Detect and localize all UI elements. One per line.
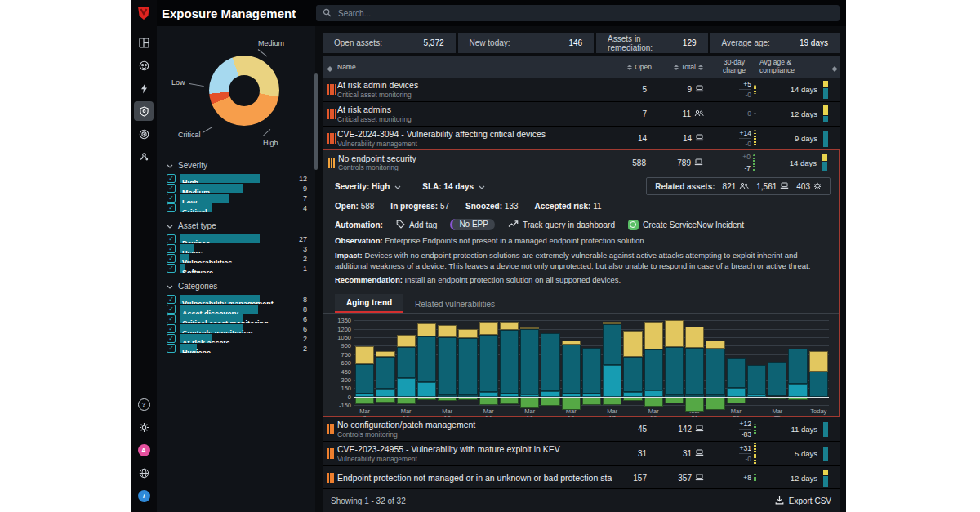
table-row[interactable]: CVE-2024-3094 - Vulnerability affecting … (323, 127, 840, 151)
stacked-bar[interactable] (520, 320, 539, 405)
stacked-bar[interactable] (582, 320, 601, 405)
table-row[interactable]: CVE-2023-24955 - Vulnerability with matu… (323, 442, 840, 466)
checkbox-checked[interactable]: ✓ (167, 344, 176, 353)
add-tag-button[interactable]: Add tag (396, 220, 437, 230)
settings-gear-icon[interactable] (134, 417, 154, 437)
info-icon[interactable]: i (134, 486, 154, 505)
checkbox-checked[interactable]: ✓ (167, 305, 176, 314)
create-servicenow-button[interactable]: Create ServiceNow Incident (628, 220, 744, 230)
quick-actions-icon[interactable] (134, 78, 154, 98)
filter-item-high[interactable]: ✓High12 (167, 174, 307, 183)
search-bar[interactable] (316, 5, 840, 21)
checkbox-checked[interactable]: ✓ (167, 184, 176, 193)
stacked-bar[interactable] (500, 320, 519, 405)
filter-item-hygiene[interactable]: ✓Hygiene2 (167, 344, 307, 353)
table-row[interactable]: No configuration/patch managementControl… (323, 417, 840, 442)
expanded-row-header[interactable]: No endpoint securityControls monitoring5… (323, 150, 839, 175)
stacked-bar[interactable] (355, 320, 374, 405)
identities-icon[interactable] (134, 56, 154, 75)
open-count: Open: 588 (335, 202, 374, 211)
filter-item-devices[interactable]: ✓Devices27 (167, 234, 307, 243)
severity-stripes-icon (327, 473, 337, 483)
checkbox-checked[interactable]: ✓ (167, 254, 176, 263)
tab-aging-trend[interactable]: Aging trend (335, 294, 403, 313)
filter-count: 9 (292, 185, 307, 193)
checkbox-checked[interactable]: ✓ (167, 174, 176, 183)
stacked-bar[interactable] (685, 320, 704, 405)
filter-item-asset-discovery[interactable]: ✓Asset discovery8 (167, 305, 307, 314)
tab-related-vulnerabilities[interactable]: Related vulnerabilities (403, 296, 506, 313)
stacked-bar[interactable] (397, 320, 416, 405)
exposure-management-icon[interactable] (134, 101, 154, 121)
sort-toggle[interactable] (323, 62, 337, 72)
stacked-bar[interactable] (479, 320, 498, 405)
taegis-logo-icon[interactable] (136, 5, 152, 21)
stacked-bar[interactable] (376, 320, 394, 405)
stacked-bar[interactable] (768, 320, 786, 405)
stacked-bar[interactable] (706, 320, 724, 405)
table-row[interactable]: At risk admin devicesCritical asset moni… (323, 78, 840, 102)
filter-group-header[interactable]: Categories (167, 282, 307, 291)
table-row[interactable]: Endpoint protection not managed or in an… (323, 466, 840, 491)
related-vulnerabilities-count[interactable]: 403 (796, 181, 822, 191)
filter-item-at-risk-assets[interactable]: ✓At risk assets2 (167, 334, 307, 343)
column-avg-age[interactable]: Avg age & compliance (760, 59, 830, 75)
column-total[interactable]: Total (655, 63, 709, 71)
objectives-icon[interactable] (134, 124, 154, 144)
export-csv-button[interactable]: Export CSV (775, 496, 831, 506)
filter-item-software[interactable]: ✓Software1 (167, 264, 307, 273)
checkbox-checked[interactable]: ✓ (167, 234, 176, 243)
stacked-bar[interactable] (603, 320, 621, 405)
help-icon[interactable]: ? (134, 394, 154, 414)
stacked-bar[interactable] (788, 320, 807, 405)
sla-dropdown[interactable]: SLA: 14 days (422, 182, 485, 191)
sort-toggle[interactable] (830, 62, 840, 72)
stacked-bar[interactable] (747, 320, 766, 405)
filter-item-vulnerability-management[interactable]: ✓Vulnerability management8 (167, 295, 307, 304)
stacked-bar[interactable] (458, 320, 477, 405)
stacked-bar[interactable] (438, 320, 457, 405)
track-query-button[interactable]: Track query in dashboard (508, 220, 615, 229)
severity-dropdown[interactable]: Severity: High (335, 182, 401, 191)
related-devices-count[interactable]: 1,561 (756, 182, 789, 191)
table-row[interactable]: At risk adminsCritical asset monitoring7… (323, 102, 840, 127)
stacked-bar[interactable] (727, 320, 746, 405)
filter-item-critical[interactable]: ✓Critical4 (167, 203, 307, 212)
stacked-bar[interactable] (623, 320, 642, 405)
checkbox-checked[interactable]: ✓ (167, 244, 176, 253)
stacked-bar[interactable] (644, 320, 663, 405)
stacked-bar[interactable] (809, 320, 828, 405)
filter-item-medium[interactable]: ✓Medium9 (167, 184, 307, 193)
checkbox-checked[interactable]: ✓ (167, 334, 176, 343)
column-30day-change[interactable]: 30-day change (709, 59, 760, 75)
table-row[interactable]: No endpoint securityControls monitoring5… (323, 150, 839, 175)
column-name[interactable]: Name (337, 63, 612, 71)
vertical-scrollbar[interactable] (314, 73, 318, 170)
checkbox-checked[interactable]: ✓ (167, 314, 176, 323)
filter-item-low[interactable]: ✓Low7 (167, 194, 307, 203)
column-open[interactable]: Open (612, 63, 655, 71)
stacked-bar[interactable] (541, 320, 559, 405)
checkbox-checked[interactable]: ✓ (167, 194, 176, 203)
stacked-bar[interactable] (665, 320, 684, 405)
expanded-controls: Severity: High SLA: 14 days Related asse… (323, 175, 839, 198)
avatar[interactable]: A (134, 440, 154, 460)
tag-pill-no-epp[interactable]: No EPP (450, 219, 495, 230)
filter-group-header[interactable]: Severity (167, 161, 307, 170)
filter-item-critical-asset-monitoring[interactable]: ✓Critical asset monitoring6 (167, 314, 307, 323)
checkbox-checked[interactable]: ✓ (167, 203, 176, 212)
filter-item-controls-monitoring[interactable]: ✓Controls monitoring6 (167, 324, 307, 333)
globe-icon[interactable] (134, 463, 154, 483)
filter-item-vulnerabilities[interactable]: ✓Vulnerabilities2 (167, 254, 307, 263)
stacked-bar[interactable] (417, 320, 436, 405)
checkbox-checked[interactable]: ✓ (167, 324, 176, 333)
search-input[interactable] (336, 8, 833, 19)
checkbox-checked[interactable]: ✓ (167, 264, 176, 273)
integrations-icon[interactable] (134, 147, 154, 167)
filter-item-users[interactable]: ✓Users3 (167, 244, 307, 253)
checkbox-checked[interactable]: ✓ (167, 295, 176, 304)
filter-group-header[interactable]: Asset type (167, 221, 307, 230)
stacked-bar[interactable] (562, 320, 581, 405)
dashboard-icon[interactable] (134, 33, 154, 52)
related-users-count[interactable]: 821 (723, 182, 750, 191)
